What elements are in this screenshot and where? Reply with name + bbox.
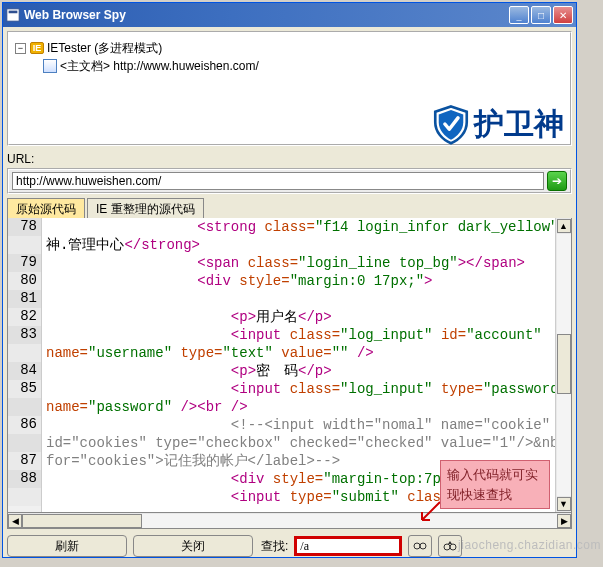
code-line: <span class="login_line top_bg"></span> xyxy=(46,254,555,272)
line-number: 85 xyxy=(8,380,41,398)
svg-point-4 xyxy=(444,544,450,550)
maximize-button[interactable]: □ xyxy=(531,6,551,24)
code-line: <!--<input width="nomal" name="cookie" xyxy=(46,416,555,434)
code-line: <p>用户名</p> xyxy=(46,308,555,326)
line-number: 81 xyxy=(8,290,41,308)
close-button[interactable]: ✕ xyxy=(553,6,573,24)
line-number xyxy=(8,344,41,362)
scroll-left-icon[interactable]: ◀ xyxy=(8,514,22,528)
line-number: 84 xyxy=(8,362,41,380)
scroll-up-icon[interactable]: ▲ xyxy=(557,219,571,233)
ie-icon: IE xyxy=(30,42,44,54)
tree-collapse-icon[interactable]: − xyxy=(15,43,26,54)
scroll-track[interactable] xyxy=(557,234,571,496)
source-tabs: 原始源代码 IE 重整理的源代码 xyxy=(7,198,572,218)
watermark: jiaocheng.chazidian.com xyxy=(458,538,601,552)
tab-raw-source[interactable]: 原始源代码 xyxy=(7,198,85,218)
scroll-down-icon[interactable]: ▼ xyxy=(557,497,571,511)
url-label: URL: xyxy=(7,152,572,166)
code-line: id="cookies" type="checkbox" checked="ch… xyxy=(46,434,555,452)
close-page-button[interactable]: 关闭 xyxy=(133,535,253,557)
line-number xyxy=(8,236,41,254)
scroll-right-icon[interactable]: ▶ xyxy=(557,514,571,528)
scroll-thumb[interactable] xyxy=(557,334,571,394)
line-number: 87 xyxy=(8,452,41,470)
line-number: 82 xyxy=(8,308,41,326)
minimize-button[interactable]: _ xyxy=(509,6,529,24)
code-line: <p>密 码</p> xyxy=(46,362,555,380)
document-icon xyxy=(43,59,57,73)
svg-point-5 xyxy=(450,544,456,550)
code-line: <div style="margin:0 17px;"> xyxy=(46,272,555,290)
titlebar[interactable]: Web Browser Spy _ □ ✕ xyxy=(3,3,576,27)
binoculars-icon xyxy=(413,539,427,553)
find-next-button[interactable] xyxy=(408,535,432,557)
svg-point-3 xyxy=(420,543,426,549)
code-line: 神.管理中心</strong> xyxy=(46,236,555,254)
go-button[interactable]: ➔ xyxy=(547,171,567,191)
code-line: <input class="log_input" type="password" xyxy=(46,380,555,398)
scrollbar-horizontal[interactable]: ◀ ▶ xyxy=(7,513,572,529)
tree-root-row[interactable]: − IE IETester (多进程模式) xyxy=(15,39,564,57)
find-label: 查找: xyxy=(261,538,288,555)
line-number: 86 xyxy=(8,416,41,434)
tab-raw-source-label: 原始源代码 xyxy=(16,202,76,216)
scroll-thumb-h[interactable] xyxy=(22,514,142,528)
tree-panel: − IE IETester (多进程模式) <主文档> http://www.h… xyxy=(7,31,572,146)
tab-ie-reformatted-label: IE 重整理的源代码 xyxy=(96,202,195,216)
line-number: 88 xyxy=(8,470,41,488)
tree-root-label: IETester (多进程模式) xyxy=(47,40,162,57)
hint-line2: 现快速查找 xyxy=(447,487,512,502)
line-number xyxy=(8,398,41,416)
binoculars-up-icon xyxy=(443,539,457,553)
line-number xyxy=(8,434,41,452)
brand-logo: 护卫神 xyxy=(430,103,564,145)
refresh-label: 刷新 xyxy=(55,538,79,555)
svg-point-2 xyxy=(414,543,420,549)
code-line xyxy=(46,290,555,308)
hint-arrow-icon xyxy=(420,500,442,522)
hint-tooltip: 输入代码就可实 现快速查找 xyxy=(440,460,550,509)
window-title: Web Browser Spy xyxy=(24,8,507,22)
line-number-gutter: 78 79 80 81 82 83 84 85 86 87 88 xyxy=(8,218,42,512)
line-number: 80 xyxy=(8,272,41,290)
app-icon xyxy=(6,8,20,22)
line-number: 78 xyxy=(8,218,41,236)
find-input[interactable] xyxy=(294,536,402,556)
code-line: <input class="log_input" id="account" xyxy=(46,326,555,344)
close-page-label: 关闭 xyxy=(181,538,205,555)
tree-child-label: <主文档> http://www.huweishen.com/ xyxy=(60,58,259,75)
code-line: name="username" type="text" value="" /> xyxy=(46,344,555,362)
url-input[interactable] xyxy=(12,172,544,190)
brand-text: 护卫神 xyxy=(474,104,564,145)
tab-ie-reformatted[interactable]: IE 重整理的源代码 xyxy=(87,198,204,218)
line-number: 83 xyxy=(8,326,41,344)
svg-rect-1 xyxy=(9,11,18,14)
line-number xyxy=(8,488,41,506)
code-line: <strong class="f14 login_infor dark_yell… xyxy=(46,218,555,236)
scroll-track-h[interactable] xyxy=(22,514,557,528)
refresh-button[interactable]: 刷新 xyxy=(7,535,127,557)
code-line: name="password" /><br /> xyxy=(46,398,555,416)
scrollbar-vertical[interactable]: ▲ ▼ xyxy=(555,218,571,512)
line-number: 79 xyxy=(8,254,41,272)
hint-line1: 输入代码就可实 xyxy=(447,467,538,482)
shield-icon xyxy=(430,103,472,145)
tree-child-row[interactable]: <主文档> http://www.huweishen.com/ xyxy=(15,57,564,75)
